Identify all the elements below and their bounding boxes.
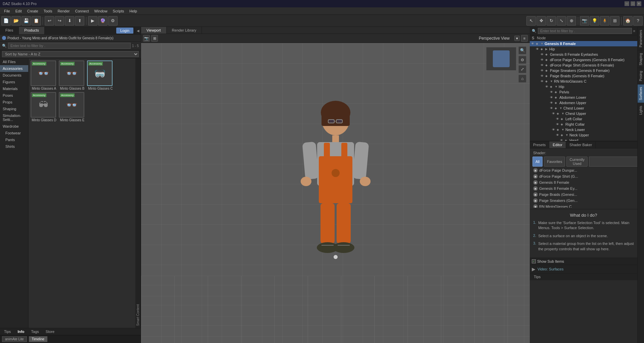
eye-abdomen-lower[interactable]: 👁: [550, 96, 554, 99]
window-controls[interactable]: ─ □ ✕: [625, 1, 641, 6]
expand-hip2[interactable]: ▼: [555, 85, 558, 88]
nav-all-files[interactable]: All Files: [0, 58, 28, 65]
home-btn[interactable]: 🏠: [623, 16, 633, 26]
filter-favorites-btn[interactable]: Favorites: [544, 157, 565, 167]
expand-hip[interactable]: ▶: [545, 47, 549, 51]
vtab-posing[interactable]: Posing: [638, 68, 644, 84]
tips-tab-tips[interactable]: Tips: [1, 329, 13, 334]
eye-left-collar[interactable]: 👁: [556, 117, 560, 121]
tree-genesis8-female[interactable]: 👁 ◈ ▼ Genesis 8 Female: [530, 41, 637, 46]
tree-right-collar[interactable]: 👁 ◈ Right Collar: [530, 122, 637, 127]
close-btn[interactable]: ✕: [637, 1, 641, 6]
vp-perspective-dropdown[interactable]: ▼: [514, 36, 520, 41]
settings-btn[interactable]: ⚙: [108, 16, 118, 26]
tree-glasses[interactable]: 👁 ◈ ▼ RN MintoGlasses C: [530, 79, 637, 84]
open-btn[interactable]: 📂: [11, 16, 21, 26]
vtab-lights[interactable]: Lights: [638, 103, 644, 118]
vp-tab-render[interactable]: Render Library: [167, 27, 202, 34]
video-link[interactable]: ▶ Video: Surfaces: [530, 265, 637, 273]
redo-btn[interactable]: ↪: [55, 16, 64, 26]
product-thumb-c[interactable]: Accessory 🥽 Minto Glasses C: [87, 60, 114, 91]
menu-create[interactable]: Create: [25, 8, 41, 14]
nav-simulation[interactable]: Simulation-Setti...: [0, 112, 28, 123]
eye-dungarees[interactable]: 👁: [541, 58, 545, 61]
scale-btn[interactable]: ⤡: [557, 16, 566, 26]
shader-item-glasses[interactable]: ▣ RN MintoGlasses C: [531, 204, 636, 208]
eye-icon-genesis[interactable]: 👁: [531, 42, 535, 45]
product-thumb-a[interactable]: Accessory 👓 Minto Glasses A: [31, 60, 57, 91]
vp-grid-btn[interactable]: ⊞: [151, 35, 158, 42]
filter-current-btn[interactable]: Currently Used: [566, 157, 588, 167]
filter-all-btn[interactable]: All: [532, 157, 543, 167]
menu-render[interactable]: Render: [55, 8, 72, 14]
home-view-btn[interactable]: ⌂: [518, 75, 526, 83]
tree-hip2[interactable]: 👁 ◈ ▼ Hip: [530, 84, 637, 89]
product-thumb-b[interactable]: Accessory 👓 Minto Glasses B: [59, 60, 86, 91]
eye-glasses[interactable]: 👁: [541, 80, 545, 83]
import-btn[interactable]: ⬇: [65, 16, 74, 26]
tree-shirt[interactable]: 👁 ◈ dForce Paige Shirt (Genesis 8 Female…: [530, 62, 637, 68]
export-btn[interactable]: ⬆: [75, 16, 84, 26]
tree-head[interactable]: 👁 ◈ Head: [530, 138, 637, 141]
nav-materials[interactable]: Materials: [0, 85, 28, 92]
anim-tab-lite[interactable]: animAte Lite: [2, 336, 27, 342]
save-btn[interactable]: 💾: [22, 16, 31, 26]
menu-help[interactable]: Help: [127, 8, 140, 14]
vp-camera-select[interactable]: 📷: [143, 35, 150, 42]
eye-braids[interactable]: 👁: [541, 74, 545, 78]
search-input[interactable]: [8, 43, 131, 49]
menu-window[interactable]: Window: [91, 8, 110, 14]
save-as-btn[interactable]: 📋: [32, 16, 41, 26]
snap-btn[interactable]: ⊞: [610, 16, 619, 26]
tree-abdomen-lower[interactable]: 👁 ◈ Abdomen Lower: [530, 95, 637, 100]
help-btn[interactable]: ?: [633, 16, 643, 26]
nav-props[interactable]: Props: [0, 99, 28, 105]
eye-abdomen-upper[interactable]: 👁: [550, 101, 554, 104]
tree-neck-upper[interactable]: 👁 ◈ ▼ Neck Upper: [530, 132, 637, 138]
tree-neck-lower[interactable]: 👁 ◈ ▼ Neck Lower: [530, 127, 637, 132]
zoom-in-btn[interactable]: 🔍: [518, 46, 526, 54]
rp-tips-tab[interactable]: Tips: [531, 274, 543, 280]
vp-settings-btn[interactable]: ≡: [521, 35, 528, 42]
nav-shaping[interactable]: Shaping: [0, 105, 28, 112]
tree-left-collar[interactable]: 👁 ◈ Left Collar: [530, 116, 637, 122]
sort-select[interactable]: Sort by Name - A to Z: [2, 51, 139, 57]
product-thumb-d[interactable]: Accessory 🕶 Minto Glasses D: [31, 92, 57, 122]
vp-tab-viewport[interactable]: Viewport: [141, 27, 167, 34]
eye-neck-upper[interactable]: 👁: [556, 133, 560, 137]
scene-search-input[interactable]: [538, 28, 632, 34]
tips-tab-tags[interactable]: Tags: [29, 329, 42, 334]
shader-tab-editor[interactable]: Editor: [549, 141, 566, 148]
tips-tab-info[interactable]: Info: [15, 329, 27, 334]
expand-chest-lower[interactable]: ▼: [559, 106, 563, 110]
select-btn[interactable]: ↖: [526, 16, 536, 26]
shader-tab-presets[interactable]: Presets: [530, 141, 549, 148]
fit-btn[interactable]: ⤢: [518, 65, 526, 73]
eye-hip[interactable]: 👁: [536, 47, 540, 51]
tree-sneakers[interactable]: 👁 ◈ Paige Sneakers (Genesis 8 Female): [530, 68, 637, 73]
menu-connect[interactable]: Connect: [73, 8, 92, 14]
light-btn[interactable]: 💡: [590, 16, 599, 26]
iray-btn[interactable]: 🔮: [98, 16, 108, 26]
eye-chest-upper[interactable]: 👁: [552, 112, 556, 115]
shader-item-dungarees[interactable]: ▣ dForce Paige Dungar...: [531, 167, 636, 173]
camera-btn[interactable]: 📷: [580, 16, 589, 26]
vtab-parameters[interactable]: Parameters: [638, 27, 644, 50]
menu-file[interactable]: File: [1, 8, 13, 14]
product-thumb-e[interactable]: Accessory 👓 Minto Glasses E: [59, 92, 86, 122]
eye-eyelashes[interactable]: 👁: [541, 53, 545, 56]
nav-poses[interactable]: Poses: [0, 92, 28, 99]
rotate-btn[interactable]: ↻: [547, 16, 556, 26]
minimize-btn[interactable]: ─: [625, 1, 629, 6]
shader-item-braids[interactable]: ▣ Paige Braids (Genesi...: [531, 191, 636, 198]
expand-neck-lower[interactable]: ▼: [561, 128, 565, 131]
tree-abdomen-upper[interactable]: 👁 ◈ Abdomen Upper: [530, 100, 637, 105]
viewport[interactable]: 🔍 ⊖ ⤢ ⌂: [141, 43, 530, 343]
tree-eyelashes[interactable]: 👁 ◈ Genesis 8 Female Eyelashes: [530, 52, 637, 57]
shader-search-input[interactable]: [589, 157, 639, 167]
pose-btn[interactable]: 🧍: [600, 16, 609, 26]
render-btn[interactable]: ▶: [88, 16, 97, 26]
nav-figures[interactable]: Figures: [0, 79, 28, 85]
anim-tab-timeline[interactable]: Timeline: [29, 336, 47, 342]
nav-accessories[interactable]: Accessories: [0, 65, 28, 72]
